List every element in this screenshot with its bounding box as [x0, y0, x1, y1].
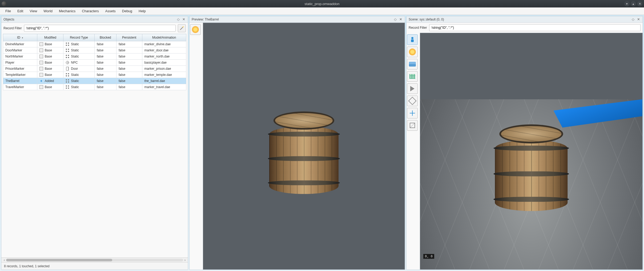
preview-viewport[interactable]	[203, 23, 405, 270]
cell-blocked: false	[94, 78, 116, 84]
close-button[interactable]: ✕	[637, 1, 642, 6]
cube-icon	[410, 123, 415, 128]
objects-table: ID▾ModifiedRecord TypeBlockedPersistentM…	[3, 34, 186, 90]
tool-lighting-button[interactable]	[407, 47, 418, 57]
cell-record-type: Static	[63, 84, 95, 90]
scroll-thumb[interactable]	[6, 259, 112, 261]
scene-wrap: 0, 0	[406, 33, 643, 270]
cell-persistent: false	[116, 60, 142, 66]
filter-row-objects: Record Filter	[1, 23, 188, 34]
cell-blocked: false	[94, 41, 116, 47]
cell-id: TheBarrel	[3, 78, 37, 84]
cell-record-type: Static	[63, 41, 95, 47]
app-icon	[2, 1, 6, 6]
cell-record-type: Static	[63, 54, 95, 60]
cell-model: basicplayer.dae	[142, 60, 186, 66]
tool-run-button[interactable]	[407, 83, 418, 94]
cell-blocked: false	[94, 66, 116, 72]
column-header[interactable]: Model/Animation	[142, 34, 186, 41]
menu-help[interactable]: Help	[135, 8, 149, 14]
table-row[interactable]: TheBarrel+AddedStaticfalsefalsethe_barre…	[3, 78, 186, 84]
table-row[interactable]: NorthMarkerBaseStaticfalsefalsemarker_no…	[3, 54, 186, 60]
panel-menu-icon[interactable]: ◇	[631, 17, 635, 22]
table-row[interactable]: DoorMarkerBaseStaticfalsefalsemarker_doo…	[3, 47, 186, 54]
record-filter-input[interactable]	[24, 25, 176, 32]
tool-random-button[interactable]	[407, 96, 418, 106]
menu-mechanics[interactable]: Mechanics	[56, 8, 79, 14]
play-icon	[410, 86, 414, 91]
cell-persistent: false	[116, 72, 142, 78]
scroll-left-icon[interactable]: ‹	[2, 258, 6, 262]
column-header[interactable]: Blocked	[94, 34, 116, 41]
panel-title: Objects	[3, 18, 14, 21]
panel-close-icon[interactable]: ✕	[182, 17, 186, 22]
cell-modified: Base	[37, 60, 63, 66]
panel-menu-icon[interactable]: ◇	[393, 17, 397, 22]
lighting-button[interactable]	[190, 24, 201, 35]
menu-characters[interactable]: Characters	[79, 8, 102, 14]
cell-record-type: Static	[63, 47, 95, 54]
tool-camera-mode-button[interactable]	[407, 34, 418, 45]
cell-record-type: Static	[63, 72, 95, 78]
cell-persistent: false	[116, 47, 142, 54]
table-row[interactable]: TravelMarkerBaseStaticfalsefalsemarker_t…	[3, 84, 186, 90]
cell-model: marker_divine.dae	[142, 41, 186, 47]
cell-model: marker_prison.dae	[142, 66, 186, 72]
panel-close-icon[interactable]: ✕	[399, 17, 403, 22]
water-icon	[409, 62, 416, 67]
table-row[interactable]: PlayerBaseNPCfalsefalsebasicplayer.dae	[3, 60, 186, 66]
record-filter-input[interactable]	[429, 24, 641, 31]
filter-label: Record Filter	[3, 26, 22, 30]
objects-table-wrap[interactable]: ID▾ModifiedRecord TypeBlockedPersistentM…	[1, 34, 188, 257]
d20-icon	[409, 98, 415, 104]
menu-edit[interactable]: Edit	[14, 8, 26, 14]
sun-icon	[409, 49, 415, 55]
tool-select-box-button[interactable]	[407, 120, 418, 131]
menu-assets[interactable]: Assets	[102, 8, 119, 14]
cell-record-type: Static	[63, 78, 95, 84]
maximize-button[interactable]: ▴	[631, 1, 636, 6]
sort-indicator-icon: ▾	[22, 36, 23, 39]
scene-viewport[interactable]: 0, 0	[420, 33, 643, 270]
horizontal-scrollbar[interactable]: ‹ ›	[1, 257, 188, 262]
column-header[interactable]: Modified	[37, 34, 63, 41]
menu-debug[interactable]: Debug	[119, 8, 135, 14]
tool-move-button[interactable]	[407, 108, 418, 118]
cell-modified: Base	[37, 47, 63, 54]
menu-world[interactable]: World	[40, 8, 56, 14]
cell-blocked: false	[94, 72, 116, 78]
minimize-button[interactable]: ▾	[624, 1, 630, 6]
column-header[interactable]: Record Type	[63, 34, 95, 41]
panel-header-preview: Preview: TheBarrel ◇ ✕	[190, 16, 405, 23]
cell-record-type: Door	[63, 66, 95, 72]
scroll-track[interactable]	[6, 259, 183, 261]
cell-model: marker_door.dae	[142, 47, 186, 54]
cell-id: DivineMarker	[3, 41, 37, 47]
table-row[interactable]: DivineMarkerBaseStaticfalsefalsemarker_d…	[3, 41, 186, 47]
panel-close-icon[interactable]: ✕	[636, 17, 641, 22]
menu-file[interactable]: File	[2, 8, 14, 14]
panel-menu-icon[interactable]: ◇	[176, 17, 180, 22]
person-icon	[411, 37, 414, 42]
scroll-right-icon[interactable]: ›	[183, 258, 187, 262]
window-titlebar: static_prop.omwaddon ▾ ▴ ✕	[0, 0, 644, 7]
cell-record-type: NPC	[63, 60, 95, 66]
cell-blocked: false	[94, 54, 116, 60]
menu-view[interactable]: View	[26, 8, 40, 14]
window-title: static_prop.omwaddon	[305, 2, 340, 6]
table-row[interactable]: PrisonMarkerBaseDoorfalsefalsemarker_pri…	[3, 66, 186, 72]
menubar: FileEditViewWorldMechanicsCharactersAsse…	[0, 7, 644, 15]
column-header[interactable]: Persistent	[116, 34, 142, 41]
column-header[interactable]: ID▾	[3, 34, 37, 41]
cell-blocked: false	[94, 84, 116, 90]
table-row[interactable]: TempleMarkerBaseStaticfalsefalsemarker_t…	[3, 72, 186, 78]
cell-id: DoorMarker	[3, 47, 37, 54]
cell-persistent: false	[116, 54, 142, 60]
cell-model: the_barrel.dae	[142, 78, 186, 84]
tool-pathgrid-button[interactable]	[407, 71, 418, 82]
tool-water-button[interactable]	[407, 59, 418, 69]
status-text: 8 records, 1 touched, 1 selected	[4, 264, 50, 268]
wand-icon	[179, 26, 184, 31]
filter-edit-button[interactable]	[178, 24, 186, 32]
move-icon	[409, 110, 416, 116]
